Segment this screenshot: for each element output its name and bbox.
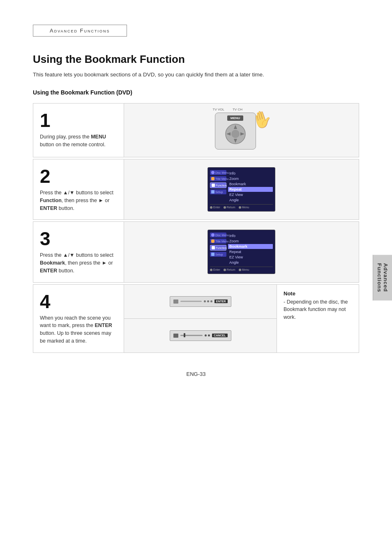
step-4-image-bottom: CANCEL: [124, 319, 277, 352]
step-3-image: Disc Menu Title Menu Function: [124, 222, 359, 282]
step-3-number: 3: [40, 229, 117, 248]
steps-container: 1 During play, press the MENU button on …: [33, 103, 359, 355]
step-1-image: TV VOLTV CH MENU: [124, 104, 359, 157]
step-1-block: 1 During play, press the MENU button on …: [33, 103, 359, 157]
side-tab-label: AdvancedFunctions: [376, 263, 389, 292]
step-4-images: ENTER CANCEL: [124, 285, 277, 352]
main-title: Using the Bookmark Function: [33, 53, 359, 66]
step-3-block: 3 Press the ▲/▼ buttons to select Bookma…: [33, 221, 359, 282]
step-4-left: 4 When you reach the scene you want to m…: [33, 285, 124, 352]
step-1-text: During play, press the MENU button on th…: [40, 133, 117, 149]
section-heading: Using the Bookmark Function (DVD): [33, 89, 359, 96]
step-3-left: 3 Press the ▲/▼ buttons to select Bookma…: [33, 222, 124, 282]
step-2-left: 2 Press the ▲/▼ buttons to select Functi…: [33, 159, 124, 219]
header-title: Advanced Functions: [50, 28, 110, 34]
step-4-image-top: ENTER: [124, 285, 277, 319]
step-4-text: When you reach the scene you want to mar…: [40, 314, 117, 345]
header-box: Advanced Functions: [33, 25, 359, 53]
side-tab: AdvancedFunctions: [373, 255, 392, 300]
step-1-number: 1: [40, 111, 117, 130]
step-4-block: 4 When you reach the scene you want to m…: [33, 284, 359, 353]
remote-control-illustration: TV VOLTV CH MENU: [209, 108, 274, 153]
note-title: Note: [284, 290, 352, 297]
step-4-number: 4: [40, 292, 117, 311]
note-text: - Depending on the disc, the Bookmark fu…: [284, 298, 352, 321]
page-number: ENG-33: [33, 371, 359, 377]
step-2-block: 2 Press the ▲/▼ buttons to select Functi…: [33, 159, 359, 220]
step-3-text: Press the ▲/▼ buttons to select Bookmark…: [40, 251, 117, 274]
step-2-image: Disc Menu Title Menu Function: [124, 159, 359, 219]
subtitle-text: This feature lets you bookmark sections …: [33, 71, 359, 78]
note-section: Note - Depending on the disc, the Bookma…: [277, 285, 359, 352]
page-wrapper: Advanced Functions Using the Bookmark Fu…: [0, 0, 392, 555]
step-2-text: Press the ▲/▼ buttons to select Function…: [40, 189, 117, 212]
svg-point-1: [231, 130, 240, 138]
step-2-number: 2: [40, 167, 117, 186]
step-1-left: 1 During play, press the MENU button on …: [33, 104, 124, 157]
